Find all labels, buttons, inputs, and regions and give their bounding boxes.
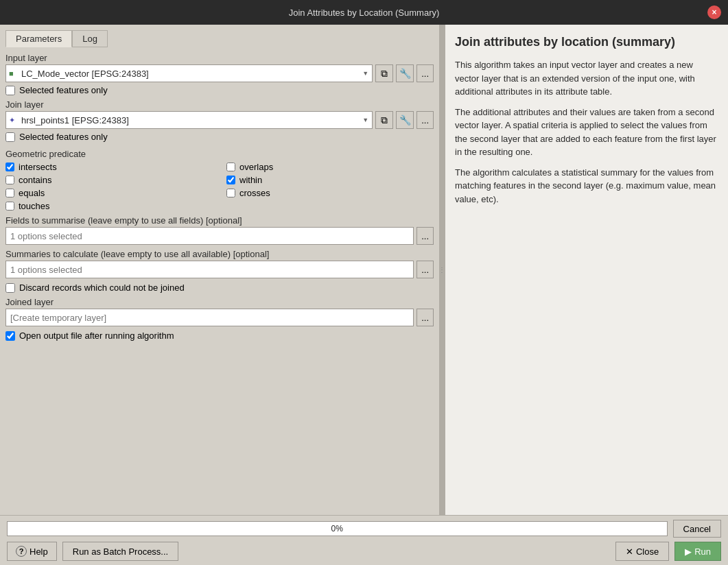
open-output-checkbox[interactable] [5,331,15,341]
cancel-button[interactable]: Cancel [673,520,721,538]
predicate-contains: contains [5,175,213,185]
right-buttons: ✕ Close ▶ Run [615,542,721,561]
input-layer-row: ■ ⧉ 🔧 ... [5,64,434,82]
discard-label: Discard records which could not be joine… [19,282,185,293]
close-window-button[interactable]: × [707,5,721,19]
input-layer-icon: ■ [9,69,14,77]
form-section: Input layer ■ ⧉ 🔧 ... Selected features … [5,53,434,509]
geometric-predicate-section: Geometric predicate intersects overlaps [5,146,434,211]
run-button[interactable]: ▶ Run [674,542,721,561]
summaries-more-button[interactable]: ... [416,261,434,278]
discard-row: Discard records which could not be joine… [5,282,434,293]
right-panel: Join attributes by location (summary) Th… [445,25,728,515]
input-layer-copy-button[interactable]: ⧉ [375,64,393,82]
open-output-label: Open output file after running algorithm [19,330,174,341]
tab-log[interactable]: Log [72,30,108,47]
join-layer-settings-button[interactable]: 🔧 [396,111,414,129]
bottom-bar: 0% Cancel ? Help Run as Batch Process...… [0,515,728,565]
fields-more-button[interactable]: ... [416,227,434,245]
input-selected-checkbox[interactable] [5,86,15,95]
joined-layer-label: Joined layer [5,297,434,307]
fields-section: Fields to summarise (leave empty to use … [5,215,434,245]
main-content: Parameters Log Input layer ■ ⧉ [0,25,728,515]
predicate-intersects-checkbox[interactable] [5,163,14,171]
join-selected-label: Selected features only [19,132,108,142]
summaries-input[interactable] [5,261,414,278]
tab-bar: Parameters Log [5,30,434,47]
fields-input[interactable] [5,227,414,245]
batch-process-button[interactable]: Run as Batch Process... [62,542,178,561]
summaries-label: Summaries to calculate (leave empty to u… [5,249,434,259]
input-selected-row: Selected features only [5,85,434,95]
right-panel-para1: This algorithm takes an input vector lay… [455,58,718,99]
input-layer-more-button[interactable]: ... [416,64,434,82]
input-layer-section: Input layer ■ ⧉ 🔧 ... Selected features … [5,53,434,95]
predicate-within: within [226,175,434,185]
input-layer-settings-button[interactable]: 🔧 [396,64,414,82]
button-row: ? Help Run as Batch Process... ✕ Close ▶… [7,542,721,561]
joined-layer-more-button[interactable]: ... [416,309,434,326]
predicate-overlaps-label: overlaps [239,162,273,172]
predicate-equals-checkbox[interactable] [5,189,14,197]
right-panel-para2: The additional attributes and their valu… [455,106,718,159]
join-layer-row: ✦ ⧉ 🔧 ... [5,111,434,129]
predicate-crosses: crosses [226,188,434,198]
predicate-touches-label: touches [19,201,50,211]
join-layer-label: Join layer [5,99,434,110]
predicate-crosses-checkbox[interactable] [226,189,235,197]
predicate-touches-checkbox[interactable] [5,202,14,211]
summaries-row: ... [5,261,434,278]
help-button[interactable]: ? Help [7,542,57,561]
predicate-within-label: within [239,175,262,185]
main-window: Join Attributes by Location (Summary) × … [0,0,728,565]
predicate-overlaps: overlaps [226,162,434,172]
left-buttons: ? Help Run as Batch Process... [7,542,178,561]
join-layer-more-button[interactable]: ... [416,111,434,129]
close-action-icon: ✕ [626,546,633,557]
input-layer-combo-wrapper: ■ [5,64,373,82]
left-panel: Parameters Log Input layer ■ ⧉ [0,25,439,515]
predicate-intersects: intersects [5,162,213,172]
predicate-contains-label: contains [19,175,51,185]
progress-row: 0% Cancel [7,520,721,538]
input-layer-label: Input layer [5,53,434,63]
open-output-row: Open output file after running algorithm [5,330,434,341]
title-bar: Join Attributes by Location (Summary) × [0,0,728,25]
join-layer-section: Join layer ✦ ⧉ 🔧 ... Selected features o… [5,99,434,142]
fields-label: Fields to summarise (leave empty to use … [5,215,434,226]
run-icon: ▶ [685,546,692,557]
input-layer-input[interactable] [5,64,373,82]
summaries-section: Summaries to calculate (leave empty to u… [5,249,434,278]
join-layer-input[interactable] [5,111,373,129]
predicate-intersects-label: intersects [19,162,57,172]
geometric-predicate-label: Geometric predicate [5,149,434,159]
join-layer-combo-wrapper: ✦ [5,111,373,129]
joined-layer-section: Joined layer ... [5,297,434,326]
progress-text: 0% [331,524,343,533]
input-selected-label: Selected features only [19,85,108,95]
predicate-overlaps-checkbox[interactable] [226,163,235,171]
tab-parameters[interactable]: Parameters [5,30,72,47]
predicate-within-checkbox[interactable] [226,176,235,184]
right-panel-title: Join attributes by location (summary) [455,34,718,50]
help-icon: ? [16,546,27,557]
fields-row: ... [5,227,434,245]
panel-divider: ⋮ [439,25,445,515]
join-layer-icon: ✦ [9,116,15,125]
predicate-crosses-label: crosses [239,188,270,198]
predicate-touches: touches [5,201,213,211]
close-button[interactable]: ✕ Close [615,542,669,561]
predicate-equals-label: equals [19,188,45,198]
predicate-contains-checkbox[interactable] [5,176,14,184]
predicate-grid: intersects overlaps contains within [5,162,434,211]
join-selected-row: Selected features only [5,132,434,142]
progress-bar: 0% [7,521,668,536]
join-selected-checkbox[interactable] [5,132,15,142]
join-layer-copy-button[interactable]: ⧉ [375,111,393,129]
joined-layer-input[interactable] [5,309,414,326]
window-title: Join Attributes by Location (Summary) [21,8,707,18]
joined-layer-row: ... [5,309,434,326]
predicate-equals: equals [5,188,213,198]
discard-checkbox[interactable] [5,283,15,293]
right-panel-para3: The algorithm calculates a statistical s… [455,166,718,206]
